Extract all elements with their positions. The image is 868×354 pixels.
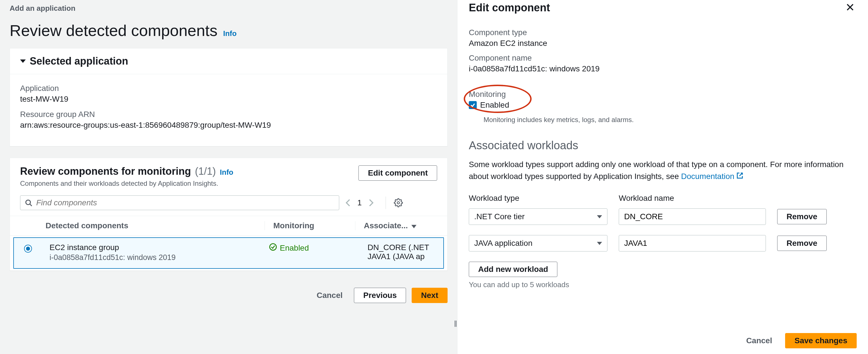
search-icon xyxy=(25,199,32,206)
workload-name-input[interactable] xyxy=(619,208,766,225)
next-button[interactable]: Next xyxy=(412,288,447,303)
panel-cancel-button[interactable]: Cancel xyxy=(740,333,778,348)
workload-type-label: Workload type xyxy=(469,194,608,203)
arn-value: arn:aws:resource-groups:us-east-1:856960… xyxy=(20,121,437,130)
cancel-button[interactable]: Cancel xyxy=(311,288,348,303)
review-desc: Components and their workloads detected … xyxy=(20,180,234,187)
panel-title: Edit component xyxy=(469,2,550,14)
svg-point-2 xyxy=(397,202,400,204)
review-title: Review components for monitoring xyxy=(20,166,191,177)
table-header: Detected components Monitoring Associate… xyxy=(10,216,447,236)
page-prev-icon[interactable] xyxy=(345,199,351,207)
page-next-icon[interactable] xyxy=(368,199,374,207)
col-associated[interactable]: Associate... xyxy=(355,221,437,230)
search-input[interactable] xyxy=(36,198,334,208)
page-title: Review detected components xyxy=(10,21,218,40)
workload-name-label: Workload name xyxy=(619,194,766,203)
save-changes-button[interactable]: Save changes xyxy=(785,333,857,348)
svg-marker-3 xyxy=(411,225,416,228)
remove-workload-button[interactable]: Remove xyxy=(777,209,827,224)
breadcrumb: Add an application xyxy=(0,0,457,16)
col-detected[interactable]: Detected components xyxy=(45,221,265,230)
svg-point-0 xyxy=(26,200,30,204)
caret-down-icon xyxy=(20,59,26,63)
component-name-label: Component name xyxy=(469,54,857,63)
workload-type-select[interactable]: JAVA application xyxy=(469,235,608,252)
monitoring-checkbox[interactable] xyxy=(469,101,477,109)
close-icon[interactable]: ✕ xyxy=(844,2,857,13)
documentation-link[interactable]: Documentation xyxy=(681,172,734,181)
component-type-label: Component type xyxy=(469,28,857,37)
selected-application-card: Selected application Application test-MW… xyxy=(10,48,447,146)
selected-application-header: Selected application xyxy=(30,55,128,67)
add-workload-hint: You can add up to 5 workloads xyxy=(469,281,857,289)
col-monitoring[interactable]: Monitoring xyxy=(265,221,355,230)
check-circle-icon xyxy=(269,243,277,253)
page-number: 1 xyxy=(357,198,362,207)
workload-row: JAVA application Remove xyxy=(469,235,857,252)
workload-type-select[interactable]: .NET Core tier xyxy=(469,208,608,225)
review-count: (1/1) xyxy=(195,166,216,177)
arn-label: Resource group ARN xyxy=(20,110,437,119)
divider xyxy=(385,197,386,209)
monitoring-hint: Monitoring includes key metrics, logs, a… xyxy=(484,116,857,124)
chevron-down-icon xyxy=(597,215,602,218)
associated-workloads-title: Associated workloads xyxy=(469,139,857,152)
chevron-down-icon xyxy=(411,221,416,230)
add-workload-button[interactable]: Add new workload xyxy=(469,262,557,277)
component-name-value: i-0a0858a7fd11cd51c: windows 2019 xyxy=(469,64,857,73)
row-component-name: EC2 instance group xyxy=(50,243,258,252)
workload-name-input[interactable] xyxy=(619,235,766,252)
monitoring-label: Monitoring xyxy=(469,90,509,99)
row-component-sub: i-0a0858a7fd11cd51c: windows 2019 xyxy=(50,253,258,262)
table-row[interactable]: EC2 instance group i-0a0858a7fd11cd51c: … xyxy=(13,237,444,269)
remove-workload-button[interactable]: Remove xyxy=(777,236,827,251)
svg-line-5 xyxy=(740,173,743,176)
associated-workloads-desc: Some workload types support adding only … xyxy=(469,158,857,182)
resize-handle-icon[interactable]: || xyxy=(454,319,456,327)
gear-icon[interactable] xyxy=(394,198,403,207)
row-monitoring-value: Enabled xyxy=(280,243,309,253)
component-type-value: Amazon EC2 instance xyxy=(469,39,857,48)
row-radio[interactable] xyxy=(24,245,32,253)
search-input-wrapper[interactable] xyxy=(20,196,339,210)
chevron-down-icon xyxy=(597,242,602,245)
external-link-icon xyxy=(737,172,743,181)
previous-button[interactable]: Previous xyxy=(354,288,406,303)
application-label: Application xyxy=(20,84,437,93)
review-info-link[interactable]: Info xyxy=(220,168,234,177)
workload-row: .NET Core tier Remove xyxy=(469,208,857,225)
application-value: test-MW-W19 xyxy=(20,95,437,104)
selected-application-toggle[interactable]: Selected application xyxy=(10,49,447,74)
info-link[interactable]: Info xyxy=(223,29,237,38)
monitoring-enabled-label: Enabled xyxy=(480,100,509,110)
review-components-card: Review components for monitoring (1/1) I… xyxy=(10,158,447,271)
edit-component-button[interactable]: Edit component xyxy=(359,166,437,181)
svg-line-1 xyxy=(30,204,32,206)
row-workloads: DN_CORE (.NET JAVA1 (JAVA ap xyxy=(360,243,429,261)
svg-point-4 xyxy=(270,243,276,250)
